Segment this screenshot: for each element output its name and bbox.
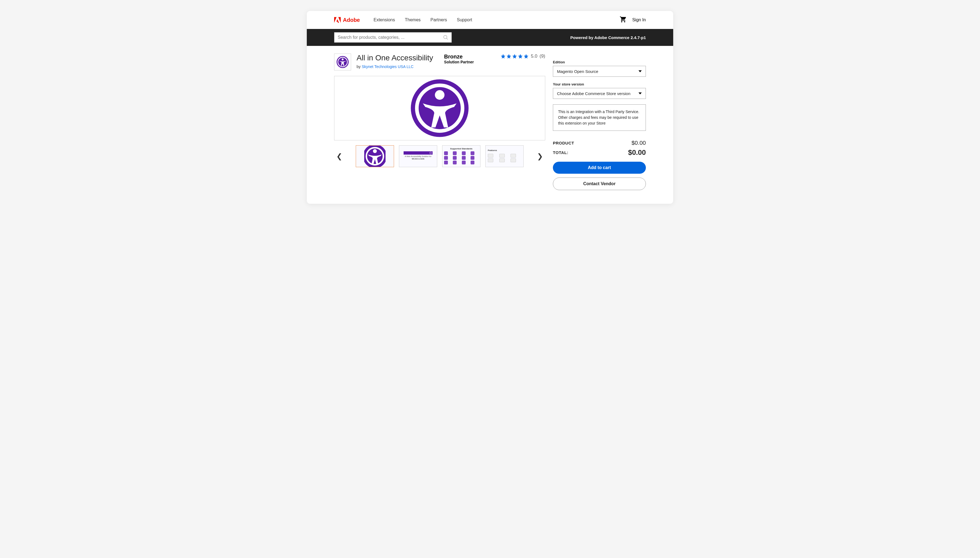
product-icon	[334, 54, 351, 71]
search-icon	[443, 35, 448, 40]
nav-themes[interactable]: Themes	[405, 18, 420, 22]
thumbnail-2[interactable]: A Web Accessibility Solution for WCAG & …	[399, 145, 437, 167]
version-value: Choose Adobe Commerce Store version	[557, 91, 630, 96]
product-byline: by Skynet Technologies USA LLC	[357, 64, 433, 69]
version-label: Your store version	[553, 82, 646, 86]
powered-by-text: Powered by Adobe Commerce 2.4.7-p1	[570, 35, 646, 40]
svg-point-8	[373, 149, 377, 153]
partner-tier: Bronze	[444, 54, 474, 60]
svg-point-5	[435, 90, 444, 100]
gallery-prev-arrow[interactable]: ❮	[334, 150, 344, 163]
integration-notice: This is an Integration with a Third Part…	[553, 104, 646, 131]
nav-extensions[interactable]: Extensions	[374, 18, 395, 22]
top-navigation: Adobe Extensions Themes Partners Support…	[307, 11, 673, 29]
sign-in-link[interactable]: Sign In	[632, 18, 646, 22]
product-title: All in One Accessibility	[357, 54, 433, 62]
partner-sub: Solution Partner	[444, 60, 474, 64]
version-select[interactable]: Choose Adobe Commerce Store version	[553, 88, 646, 99]
total-price-row: TOTAL: $0.00	[553, 148, 646, 157]
partner-badge: Bronze Solution Partner	[444, 54, 474, 64]
thumbnail-1[interactable]	[356, 145, 394, 167]
product-price-label: PRODUCT	[553, 141, 574, 145]
gallery-main-image[interactable]	[334, 76, 545, 140]
chevron-down-icon	[639, 70, 642, 73]
add-to-cart-button[interactable]: Add to cart	[553, 162, 646, 174]
brand-text: Adobe	[343, 17, 360, 23]
rating-count: (9)	[540, 54, 545, 59]
svg-point-2	[342, 59, 344, 61]
accessibility-icon	[410, 78, 470, 138]
cart-icon[interactable]	[619, 16, 627, 24]
edition-select[interactable]: Magento Open Source	[553, 66, 646, 77]
adobe-logo[interactable]: Adobe	[334, 17, 360, 23]
edition-value: Magento Open Source	[557, 69, 598, 74]
product-price-value: $0.00	[631, 140, 646, 146]
chevron-down-icon	[639, 92, 642, 95]
nav-partners[interactable]: Partners	[430, 18, 447, 22]
search-bar-section: Powered by Adobe Commerce 2.4.7-p1	[307, 29, 673, 46]
thumbnail-3[interactable]: Supported Standards	[442, 145, 481, 167]
thumbnail-4[interactable]: Features	[485, 145, 524, 167]
star-icons	[501, 54, 529, 59]
product-price-row: PRODUCT $0.00	[553, 140, 646, 146]
total-value: $0.00	[628, 148, 646, 157]
nav-support[interactable]: Support	[457, 18, 472, 22]
search-input[interactable]	[338, 35, 443, 40]
gallery-next-arrow[interactable]: ❯	[535, 150, 545, 163]
contact-vendor-button[interactable]: Contact Vendor	[553, 177, 646, 190]
rating-value: 5.0	[531, 54, 538, 59]
vendor-link[interactable]: Skynet Technologies USA LLC	[362, 64, 414, 69]
search-box[interactable]	[334, 32, 452, 43]
adobe-logo-icon	[334, 17, 341, 23]
total-label: TOTAL:	[553, 150, 568, 155]
rating[interactable]: 5.0 (9)	[501, 54, 545, 59]
edition-label: Edition	[553, 60, 646, 64]
main-nav: Extensions Themes Partners Support	[374, 18, 472, 22]
